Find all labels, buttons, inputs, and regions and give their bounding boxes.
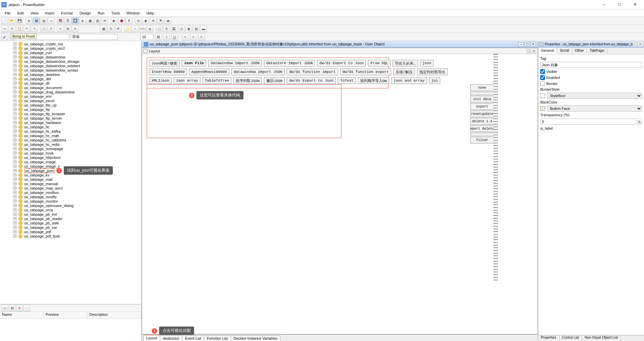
design-button[interactable]: AppendRows100000	[189, 69, 229, 75]
expander-icon[interactable]: +	[13, 182, 16, 185]
tool-obj-icon[interactable]: ◈	[79, 17, 86, 24]
properties-tab[interactable]: Scroll	[557, 48, 572, 54]
object-tree[interactable]: +uo_tabpage_crypto_rsa+uo_tabpage_crypto…	[0, 41, 141, 304]
tree-item[interactable]: +uo_tabpage_json1找到uo_json可视化界面	[13, 168, 141, 173]
tool-layout-icon[interactable]: ▦	[33, 17, 40, 24]
expander-icon[interactable]: +	[13, 77, 16, 80]
control-rb-icon[interactable]: ◉	[185, 26, 192, 32]
expander-icon[interactable]: +	[13, 60, 16, 63]
close-button[interactable]: ✕	[627, 0, 643, 9]
menu-view[interactable]: View	[27, 10, 42, 16]
design-button[interactable]: XML2Json	[149, 77, 172, 84]
props-bottom-tab[interactable]: Control List	[559, 335, 582, 341]
tool-struct-icon[interactable]: ▥	[94, 17, 101, 24]
tool-more2-icon[interactable]: ★	[150, 17, 156, 24]
editor-tab[interactable]: Layout	[143, 335, 160, 341]
control-tab-icon[interactable]: ▬	[200, 26, 207, 32]
properties-tab[interactable]: Other	[572, 48, 587, 54]
expander-icon[interactable]: +	[13, 86, 16, 89]
properties-tab[interactable]: TabPage	[587, 48, 607, 54]
align-r-icon[interactable]: ≡	[198, 34, 205, 40]
design-button[interactable]: json and array	[391, 77, 427, 84]
expander-icon[interactable]: +	[13, 173, 16, 176]
control-dw-icon[interactable]: ▤	[193, 26, 199, 32]
expander-icon[interactable]: +	[13, 47, 16, 50]
menu-design[interactable]: Design	[76, 10, 94, 16]
expander-icon[interactable]: +	[13, 51, 16, 54]
prop-enabled-checkbox[interactable]	[540, 75, 545, 80]
doc-minimize-button[interactable]: ─	[518, 42, 524, 47]
expander-icon[interactable]: +	[13, 99, 16, 102]
expander-icon[interactable]: +	[13, 226, 16, 229]
tree-item[interactable]: +uo_tabpage_hc_rabbitmq	[13, 138, 141, 142]
tree-item[interactable]: +uo_tabpage_crypto_rsa	[13, 42, 141, 46]
tool-new-icon[interactable]: 📄	[1, 17, 8, 24]
design-button[interactable]: joi	[429, 77, 441, 84]
list-edit-icon[interactable]: ▤	[9, 305, 15, 311]
underline-icon[interactable]: U	[171, 34, 178, 40]
tree-item[interactable]: +uo_tabpage_datawindow_syntax	[13, 68, 141, 72]
tool-data-icon[interactable]: ▣	[87, 17, 93, 24]
column-header[interactable]: Name	[0, 312, 44, 318]
expander-icon[interactable]: +	[13, 195, 16, 198]
font-size-input[interactable]	[140, 34, 154, 40]
expander-icon[interactable]: +	[13, 165, 16, 168]
design-button[interactable]: datawindow Import JSON	[208, 60, 262, 67]
tree-item[interactable]: +uo_tabpage_pb_safe	[13, 221, 141, 225]
tool-window-icon[interactable]: 🔲	[72, 17, 79, 24]
menu-help[interactable]: Help	[143, 10, 157, 16]
list-delete-icon[interactable]: ✕	[16, 305, 23, 311]
design-surface[interactable]: Json构造/修改Json Filedatawindow Import JSON…	[142, 54, 538, 334]
expander-icon[interactable]: +	[13, 42, 16, 45]
expander-icon[interactable]: +	[13, 147, 16, 150]
side-button[interactable]: resetupdate	[470, 111, 494, 117]
editor-tab[interactable]: Event List	[182, 335, 204, 341]
side-button[interactable]: xport delete	[470, 125, 494, 132]
doc-close-button[interactable]: ✕	[531, 42, 536, 47]
tree-item[interactable]: +uo_tabpage_homepage	[13, 146, 141, 151]
props-close-button[interactable]: ✕	[638, 42, 643, 47]
props-bottom-tab[interactable]: Non-Visual Object List	[582, 335, 621, 341]
tool-deploy-icon[interactable]: ⬆	[126, 17, 132, 24]
side-button[interactable]: delete 1.3	[470, 118, 494, 125]
design-button[interactable]: datastore Import JSON	[264, 60, 315, 67]
design-button[interactable]: datawindow Import JSON	[231, 69, 285, 75]
expander-icon[interactable]: +	[13, 103, 16, 106]
expander-icon[interactable]: +	[13, 208, 16, 211]
editor-tab[interactable]: Function List	[204, 335, 231, 341]
tree-item[interactable]: +uo_tabpage_datawindow_dimage	[13, 59, 141, 63]
design-button[interactable]: dw/ds function import	[287, 69, 338, 75]
grid-snap-icon[interactable]: ▦	[100, 26, 107, 32]
expander-icon[interactable]: +	[13, 217, 16, 220]
tool-grid-icon[interactable]: ▤	[40, 17, 47, 24]
tree-item[interactable]: +uo_tabpage_pb_reader	[13, 216, 141, 221]
bold-icon[interactable]: B	[155, 34, 162, 40]
expander-icon[interactable]: +	[13, 121, 16, 124]
inherit-icon[interactable]: ⬗	[146, 26, 153, 32]
font-input[interactable]	[71, 34, 118, 40]
preview-icon[interactable]: 👁	[115, 26, 122, 32]
align-l-icon[interactable]: ≡	[182, 34, 189, 40]
tree-item[interactable]: +uo_tabpage_monitor	[13, 199, 141, 203]
prop-visible-checkbox[interactable]	[540, 69, 545, 74]
check-icon[interactable]: ✓	[132, 26, 138, 32]
tool-form-icon[interactable]: ▭	[48, 17, 54, 24]
editor-tab[interactable]: destructor	[160, 335, 182, 341]
menu-insert[interactable]: Insert	[42, 10, 58, 16]
tool-target-icon[interactable]: ⊕	[26, 17, 32, 24]
expander-icon[interactable]: +	[13, 117, 16, 120]
wizard-icon[interactable]: ✨	[124, 26, 131, 32]
prop-backcolor-select[interactable]: Button Face	[547, 105, 642, 112]
paint-icon[interactable]: 🖌	[1, 34, 8, 40]
tree-item[interactable]: +uo_tabpage_dbf	[13, 77, 141, 81]
edit-comment-icon[interactable]: //	[48, 26, 54, 32]
tree-item[interactable]: +uo_tabpage_ftp_browser	[13, 112, 141, 116]
design-button[interactable]: 按列顺序导入DW	[358, 77, 389, 84]
side-button[interactable]: filter	[470, 137, 494, 143]
tool-save-icon[interactable]: 💾	[16, 17, 23, 24]
edit-copy-icon[interactable]: ⎘	[9, 26, 15, 32]
control-text-icon[interactable]: A	[163, 26, 170, 32]
properties-tab[interactable]: General	[538, 48, 557, 54]
column-header[interactable]: Preview	[44, 312, 87, 318]
control-cb-icon[interactable]: ☑	[178, 26, 185, 32]
